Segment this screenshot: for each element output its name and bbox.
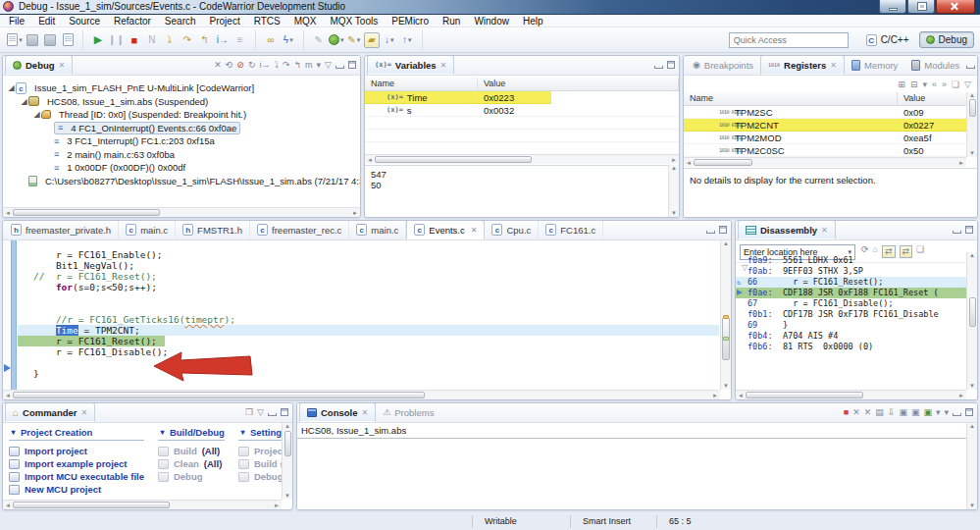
menu-window[interactable]: Window — [467, 15, 516, 27]
maximize-view-icon[interactable] — [348, 61, 356, 69]
upload-icon[interactable]: ↑▾ — [399, 32, 415, 48]
expander-icon[interactable]: ◢ — [32, 110, 41, 119]
registers-tool-icon-3[interactable]: « — [932, 80, 937, 89]
debug-tool-icon-9[interactable]: ▾ — [317, 61, 322, 70]
instruction-stepping-icon[interactable]: i→ — [215, 32, 231, 48]
variables-detail-scrollbar[interactable]: ▲ ▼ — [668, 165, 679, 217]
registers-tool-icon-5[interactable]: ❏ — [952, 80, 959, 89]
tab-variables[interactable]: (x)= Variables✕ — [367, 55, 454, 75]
close-icon[interactable]: ✕ — [361, 408, 368, 417]
commander-item-import-mcu-executable-file[interactable]: Import MCU executable file — [9, 470, 144, 483]
terminate-icon[interactable]: ■ — [844, 408, 849, 417]
debug-tool-icon-10[interactable]: ▽ — [325, 61, 332, 70]
menu-file[interactable]: File — [2, 15, 31, 27]
collapse-icon[interactable]: ▾ — [9, 428, 18, 437]
close-icon[interactable]: ✕ — [471, 226, 478, 235]
scroll-left-icon[interactable]: ◄ — [3, 210, 13, 216]
scroll-lock-icon[interactable]: ⇩ — [888, 408, 896, 417]
highlighter-icon[interactable]: ▰ — [364, 32, 380, 48]
debug-tool-icon-0[interactable]: ✕ — [214, 61, 222, 70]
tab-commander[interactable]: ⌂ Commander✕ — [5, 402, 95, 422]
editor-tab-events-c[interactable]: cEvents.c✕ — [406, 220, 485, 239]
save-all-icon[interactable] — [42, 32, 58, 48]
debug-tool-icon-7[interactable]: ↰ — [294, 61, 302, 70]
minimize-view-icon[interactable] — [654, 66, 663, 69]
debug-tree-row[interactable]: ≡4 FC1_OnInterrupt() Events.c:66 0xf0ae — [3, 122, 360, 135]
menu-rtcs[interactable]: RTCS — [247, 15, 287, 27]
disconnect-icon[interactable]: N — [144, 32, 160, 48]
registers-tool-icon-0[interactable]: ⊞ — [898, 80, 905, 89]
expander-icon[interactable]: ◢ — [7, 83, 16, 92]
debug-tool-icon-5[interactable]: ⤵ — [274, 61, 279, 70]
debug-tool-icon-6[interactable]: ↷ — [283, 61, 290, 70]
tab-breakpoints[interactable]: ◉Breakpoints — [686, 55, 760, 75]
disassembly-hscrollbar[interactable]: ◄ ► — [736, 390, 966, 399]
save-icon[interactable] — [25, 32, 40, 48]
download-icon[interactable]: ↓▾ — [382, 32, 397, 48]
show-stdout-icon[interactable]: ▣ — [899, 408, 907, 417]
collapse-icon[interactable]: ▾ — [238, 428, 247, 437]
editor-tab-fc161-c[interactable]: cFC161.c — [539, 220, 603, 239]
editor-tab-freemaster-private-h[interactable]: hfreemaster_private.h — [4, 220, 119, 239]
menu-pemicro[interactable]: PEMicro — [385, 15, 436, 27]
remove-launch-icon[interactable]: ✕ — [852, 408, 860, 417]
resume-icon[interactable]: ▶ — [90, 32, 106, 48]
debug-tree-row[interactable]: ◢HCS08, Issue_1_sim.abs (Suspended) — [3, 95, 360, 109]
step-into-icon[interactable]: ⤵ — [162, 32, 178, 48]
perspective-debug[interactable]: Debug — [919, 31, 974, 48]
maximize-view-icon[interactable] — [281, 408, 288, 416]
minimize-view-icon[interactable] — [268, 413, 277, 416]
step-return-icon[interactable]: ↰ — [197, 32, 213, 48]
registers-tool-icon-2[interactable]: ▾ — [922, 80, 927, 89]
view-menu-icon[interactable]: ▽ — [257, 408, 264, 417]
expander-icon[interactable]: ◢ — [20, 97, 28, 106]
minimize-view-icon[interactable] — [953, 231, 961, 234]
code-editor[interactable]: r = FC161_Enable(); Bit1_NegVal();// r =… — [18, 240, 719, 390]
debug-bug-icon[interactable]: ▾ — [329, 32, 344, 48]
pencil-icon[interactable]: ✎ — [311, 32, 327, 48]
new-wizard-icon[interactable]: ▾ — [7, 32, 23, 48]
maximize-button[interactable] — [907, 0, 935, 14]
registers-tool-icon-6[interactable]: ▽ — [964, 80, 971, 89]
minimize-view-icon[interactable] — [966, 66, 975, 69]
register-row[interactable]: 1010 0101TPM2C0SC0x50 — [684, 144, 966, 157]
step-over-icon[interactable]: ↷ — [180, 32, 195, 48]
debug-tool-icon-2[interactable]: ⊘ — [236, 61, 244, 70]
minimize-editor-icon[interactable] — [706, 231, 715, 234]
menu-mqx[interactable]: MQX — [287, 15, 324, 27]
menu-run[interactable]: Run — [436, 15, 467, 27]
registers-hscrollbar[interactable]: ◄ ► — [684, 157, 966, 167]
perspective-cc[interactable]: CC/C++ — [860, 32, 915, 48]
register-row[interactable]: 1010 0101TPM2SC0x09 — [684, 106, 966, 119]
menu-refactor[interactable]: Refactor — [107, 15, 158, 27]
menu-source[interactable]: Source — [62, 15, 107, 27]
variables-hscrollbar[interactable]: ◄ ► — [365, 154, 679, 164]
maximize-view-icon[interactable] — [667, 61, 675, 69]
editor-vscrollbar[interactable]: ▲ ▼ — [720, 240, 731, 390]
debug-tree-row[interactable]: ≡3 FC1_Interrupt() FC1.c:203 0xf15a — [3, 134, 360, 148]
debug-tool-icon-3[interactable]: ↻ — [248, 61, 256, 70]
tab-debug[interactable]: Debug✕ — [5, 55, 73, 75]
debug-tool-icon-1[interactable]: ⟲ — [226, 61, 233, 70]
menu-edit[interactable]: Edit — [31, 15, 62, 27]
debug-tree-row[interactable]: ≡1 0x00DF (0x00DF)() 0x00df — [3, 161, 360, 175]
maximize-view-icon[interactable] — [965, 226, 973, 234]
editor-tab-fmstr1-h[interactable]: hFMSTR1.h — [176, 220, 250, 239]
menu-search[interactable]: Search — [158, 15, 203, 27]
editor-tab-cpu-c[interactable]: cCpu.c — [485, 220, 539, 239]
suspend-icon[interactable]: ❙❙ — [108, 32, 125, 48]
console-vscrollbar[interactable]: ▲ ▼ — [966, 423, 977, 509]
remove-all-launches-icon[interactable]: ✕ — [864, 408, 872, 417]
registers-tool-icon-1[interactable]: ⊟ — [910, 80, 918, 89]
commander-item-import-project[interactable]: Import project — [9, 445, 144, 457]
close-button[interactable] — [936, 0, 975, 14]
open-console-icon[interactable]: ▾ — [944, 408, 949, 417]
display-console-icon[interactable]: ▾ — [936, 408, 941, 417]
editor-hscrollbar[interactable]: ◄ ► — [3, 390, 720, 399]
build-icon[interactable] — [60, 32, 76, 48]
disassembly-listing[interactable]: f0a9:5561 LDHX 0x61f0ab:9EFF03 STHX 3,SP… — [736, 252, 966, 390]
register-row[interactable]: 1010 0101TPM2MOD0xea5f — [684, 132, 966, 144]
tab-console[interactable]: Console✕ — [299, 402, 376, 422]
disassembly-vscrollbar[interactable]: ▲ ▼ — [966, 252, 977, 390]
flash-programmer-icon[interactable]: ∞ — [263, 32, 279, 48]
